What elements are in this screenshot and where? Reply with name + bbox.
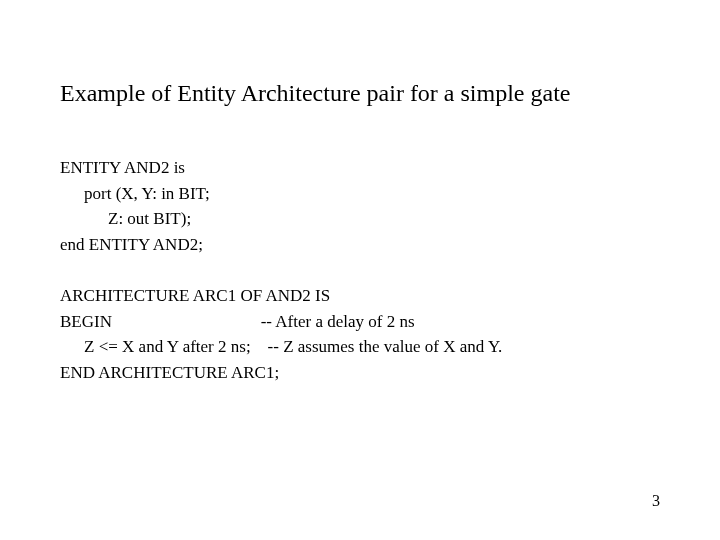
- arch-line-4: END ARCHITECTURE ARC1;: [60, 360, 660, 386]
- entity-line-2: port (X, Y: in BIT;: [60, 181, 660, 207]
- entity-block: ENTITY AND2 is port (X, Y: in BIT; Z: ou…: [60, 155, 660, 257]
- entity-line-1: ENTITY AND2 is: [60, 155, 660, 181]
- arch-line-1: ARCHITECTURE ARC1 OF AND2 IS: [60, 283, 660, 309]
- architecture-block: ARCHITECTURE ARC1 OF AND2 IS BEGIN -- Af…: [60, 283, 660, 385]
- arch-line-2: BEGIN -- After a delay of 2 ns: [60, 309, 660, 335]
- entity-line-3: Z: out BIT);: [60, 206, 660, 232]
- slide-title: Example of Entity Architecture pair for …: [60, 80, 660, 107]
- page-number: 3: [652, 492, 660, 510]
- slide-content: Example of Entity Architecture pair for …: [0, 0, 720, 385]
- arch-line-3: Z <= X and Y after 2 ns; -- Z assumes th…: [60, 334, 660, 360]
- block-separator: [60, 257, 660, 283]
- entity-line-4: end ENTITY AND2;: [60, 232, 660, 258]
